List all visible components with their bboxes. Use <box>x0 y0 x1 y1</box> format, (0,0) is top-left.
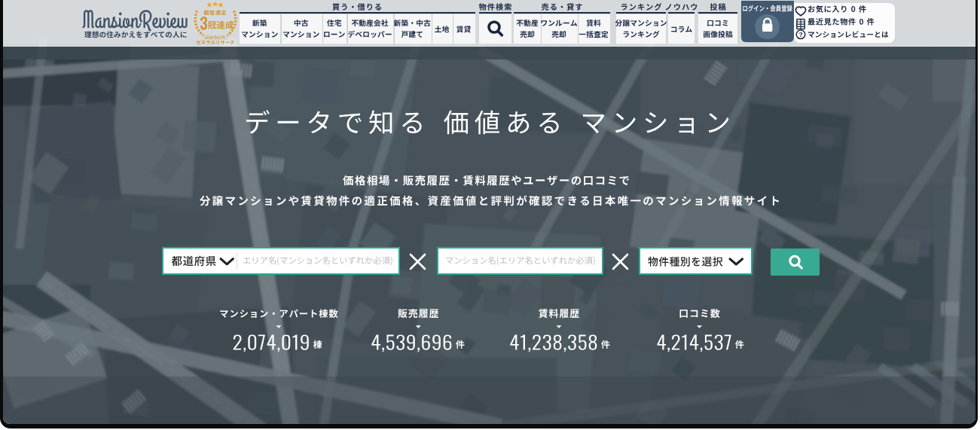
svg-text:?: ? <box>798 31 802 38</box>
